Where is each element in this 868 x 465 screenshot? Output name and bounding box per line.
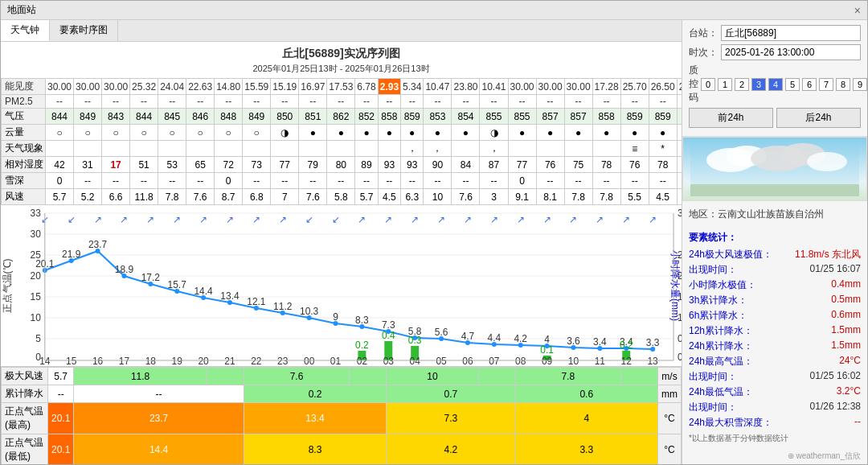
svg-text:↗: ↗ xyxy=(226,214,234,225)
tab-weather-clock[interactable]: 天气钟 xyxy=(1,20,50,41)
quality-btn-5[interactable]: 5 xyxy=(785,78,800,91)
location-info: 地区：云南文山壮族苗族自治州 xyxy=(682,204,867,224)
stat-label-rain-6h: 6h累计降水： xyxy=(689,309,747,323)
svg-text:0.5: 0.5 xyxy=(678,333,682,344)
temp-high-stats-row: 正点气温(最高) 20.1 23.7 13.4 7.3 4 °C xyxy=(2,403,682,434)
svg-text:23.7: 23.7 xyxy=(88,239,108,250)
svg-text:14.4: 14.4 xyxy=(194,286,213,297)
stat-value-rain-3h: 0.5mm xyxy=(831,294,861,307)
stat-value-rain-12h: 1.5mm xyxy=(831,324,861,338)
svg-text:0.2: 0.2 xyxy=(355,339,369,351)
station-label: 台站： xyxy=(689,27,718,40)
svg-text:↗: ↗ xyxy=(279,214,287,225)
stat-row-temp-high: 24h最高气温： 24°C xyxy=(689,355,861,368)
quality-btn-8[interactable]: 8 xyxy=(836,78,850,91)
close-button[interactable]: × xyxy=(854,4,861,17)
svg-text:15: 15 xyxy=(31,291,42,302)
quality-btn-1[interactable]: 1 xyxy=(718,78,732,91)
rain-stats-row: 累计降水 -- -- 0.2 0.7 0.6 mm xyxy=(2,385,682,403)
main-window: 地面站 × 天气钟 要素时序图 丘北[56889]实况序列图 2025年01月2… xyxy=(0,0,868,465)
wind-row: 风速 5.75.26.6 11.87.87.6 8.76.87 7.65.85.… xyxy=(2,189,682,205)
prev-24h-button[interactable]: 前24h xyxy=(689,108,773,128)
station-input[interactable] xyxy=(721,25,861,41)
stat-row-rain-6h: 6h累计降水： 0.6mm xyxy=(689,309,861,323)
svg-text:33: 33 xyxy=(31,208,42,219)
svg-text:↗: ↗ xyxy=(252,214,260,225)
svg-text:↗: ↗ xyxy=(411,214,419,225)
tab-element-sequence[interactable]: 要素时序图 xyxy=(50,20,118,41)
svg-text:17.2: 17.2 xyxy=(141,272,161,283)
stat-value-rain-hour: 0.4mm xyxy=(831,278,861,292)
stat-label-rain-3h: 3h累计降水： xyxy=(689,294,747,307)
svg-text:4.4: 4.4 xyxy=(488,332,502,344)
cloud-label: 云量 xyxy=(2,125,46,141)
quality-btn-2[interactable]: 2 xyxy=(735,78,749,91)
visibility-row: 能见度 30.00 30.00 30.00 25.32 24.04 22.63 … xyxy=(2,79,682,95)
svg-text:↙: ↙ xyxy=(332,214,340,225)
visibility-label: 能见度 xyxy=(2,79,46,95)
stat-value-temp-high: 24°C xyxy=(839,355,861,368)
svg-text:0.4: 0.4 xyxy=(382,330,395,341)
svg-text:13.4: 13.4 xyxy=(220,290,240,302)
pressure-row: 气压 844849843 844845846 848849850 8518628… xyxy=(2,109,682,125)
stat-label-wind-max: 24h极大风速极值： xyxy=(689,248,772,261)
stat-row-temp-low-time: 出现时间： 01/26 12:38 xyxy=(689,401,861,414)
stat-row-rain-24h: 24h累计降水： 1.5mm xyxy=(689,339,861,353)
quality-btn-6[interactable]: 6 xyxy=(802,78,817,91)
svg-text:12.1: 12.1 xyxy=(247,296,266,307)
quality-btn-3[interactable]: 3 xyxy=(751,78,766,91)
svg-text:↗: ↗ xyxy=(649,214,657,225)
stat-label-temp-high-time: 出现时间： xyxy=(689,370,737,384)
stat-label-temp-low: 24h最低气温： xyxy=(689,385,753,399)
svg-text:11.2: 11.2 xyxy=(273,301,293,312)
time-input[interactable] xyxy=(721,44,861,60)
stat-value-rain-24h: 1.5mm xyxy=(831,339,861,353)
stat-row-temp-high-time: 出现时间： 01/25 16:02 xyxy=(689,370,861,384)
svg-text:4.7: 4.7 xyxy=(461,331,475,342)
svg-text:↗: ↗ xyxy=(517,214,525,225)
svg-text:10: 10 xyxy=(31,312,42,323)
stats-section: 要素统计： 24h极大风速极值： 11.8m/s 东北风 出现时间： 01/25… xyxy=(682,228,867,464)
temp-low-stats-row: 正点气温(最低) 20.1 14.4 8.3 4.2 3.3 °C xyxy=(2,434,682,465)
stat-row-rain-hour: 小时降水极值： 0.4mm xyxy=(689,278,861,292)
svg-text:↗: ↗ xyxy=(490,214,498,225)
svg-text:3.4: 3.4 xyxy=(593,336,607,348)
svg-point-140 xyxy=(807,152,847,171)
svg-text:3.3: 3.3 xyxy=(646,337,660,348)
svg-text:↗: ↗ xyxy=(199,214,207,225)
window-title: 地面站 xyxy=(7,3,36,17)
snow-label: 雪深 xyxy=(2,173,46,189)
svg-text:↗: ↗ xyxy=(596,214,604,225)
time-label: 时次： xyxy=(689,46,718,60)
stat-label-rain-hour: 小时降水极值： xyxy=(689,278,756,292)
svg-rect-135 xyxy=(690,184,859,196)
stats-title: 要素统计： xyxy=(689,231,861,245)
stat-label-wind-time: 出现时间： xyxy=(689,263,737,277)
right-form: 台站： 时次： 质控码 0 1 2 3 4 5 6 7 8 xyxy=(682,20,867,137)
svg-text:0.2: 0.2 xyxy=(620,339,633,351)
svg-text:↗: ↗ xyxy=(146,214,154,225)
chart-title: 丘北[56889]实况序列图 xyxy=(1,42,682,63)
stat-value-temp-low-time: 01/26 12:38 xyxy=(810,401,861,414)
svg-text:0.3: 0.3 xyxy=(408,335,422,346)
svg-text:21.9: 21.9 xyxy=(62,249,81,260)
pressure-label: 气压 xyxy=(2,109,46,125)
svg-text:↗: ↗ xyxy=(464,214,472,225)
quality-btn-9[interactable]: 9 xyxy=(853,78,867,91)
svg-text:5.6: 5.6 xyxy=(435,327,448,338)
data-table: 能见度 30.00 30.00 30.00 25.32 24.04 22.63 … xyxy=(1,78,682,205)
quality-btn-0[interactable]: 0 xyxy=(701,78,715,91)
stat-label-rain-12h: 12h累计降水： xyxy=(689,324,753,338)
svg-text:4: 4 xyxy=(544,334,550,345)
svg-text:10.3: 10.3 xyxy=(300,306,319,317)
chart-area: 丘北[56889]实况序列图 2025年01月25日13时 - 2025年01月… xyxy=(1,42,682,464)
stat-row-snow-max: 24h最大积雪深度： -- xyxy=(689,416,861,430)
next-24h-button[interactable]: 后24h xyxy=(776,108,861,128)
quality-btn-7[interactable]: 7 xyxy=(819,78,833,91)
svg-text:↗: ↗ xyxy=(543,214,551,225)
svg-text:小时降水量(mm): 小时降水量(mm) xyxy=(669,250,681,321)
graph-wrapper: 33 30 25 20 15 10 5 0 3 2.5 2 1.5 xyxy=(1,205,682,366)
quality-btn-4[interactable]: 4 xyxy=(768,78,783,91)
svg-text:↙: ↙ xyxy=(68,214,76,225)
wind-label: 风速 xyxy=(2,189,46,205)
